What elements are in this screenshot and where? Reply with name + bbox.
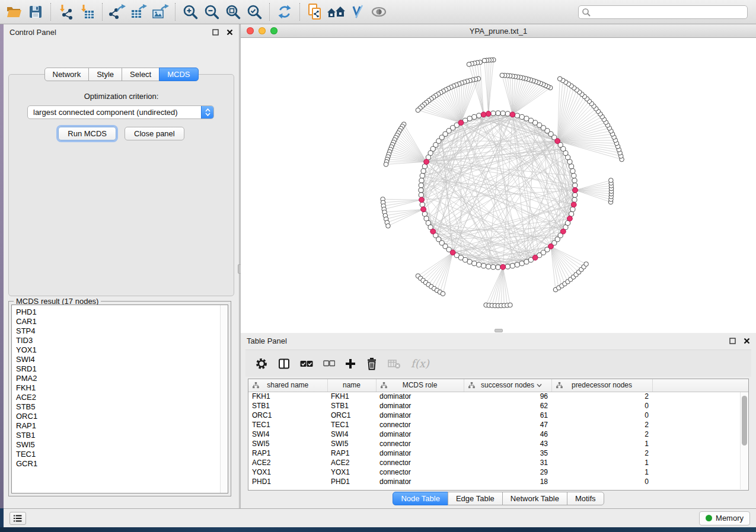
network-node[interactable] [567, 159, 572, 164]
network-node[interactable] [584, 262, 589, 267]
network-node[interactable] [419, 178, 424, 183]
network-node[interactable] [482, 58, 487, 63]
mcds-result-item[interactable]: GCR1 [16, 459, 228, 469]
network-node[interactable] [419, 188, 423, 193]
network-node[interactable] [524, 116, 529, 121]
horizontal-splitter-grip[interactable] [495, 329, 503, 332]
network-node[interactable] [420, 174, 425, 178]
mcds-result-item[interactable]: YOX1 [16, 345, 228, 355]
share-document-icon[interactable] [304, 2, 326, 22]
network-node[interactable] [467, 116, 472, 121]
mcds-result-item[interactable]: STP4 [16, 326, 228, 336]
table-row[interactable]: PHD1PHD1dominator180 [248, 477, 748, 486]
table-row[interactable]: SWI5SWI5connector431 [248, 439, 748, 448]
network-node[interactable] [515, 262, 519, 267]
network-node[interactable] [441, 291, 445, 296]
network-node[interactable] [515, 113, 519, 118]
add-column-icon[interactable] [345, 355, 356, 373]
network-node[interactable] [570, 169, 575, 174]
table-row[interactable]: SWI4SWI4dominator462 [248, 430, 748, 439]
mcds-result-item[interactable]: TID3 [16, 336, 228, 345]
mcds-network-node[interactable] [450, 250, 455, 255]
table-row[interactable]: TEC1TEC1connector472 [248, 420, 748, 430]
network-node[interactable] [467, 62, 471, 67]
close-panel-button[interactable]: Close panel [125, 127, 184, 140]
column-header-name[interactable]: name [327, 379, 376, 392]
float-panel-icon[interactable] [210, 27, 220, 37]
table-row[interactable]: ACE2ACE2connector311 [248, 458, 748, 467]
mcds-result-item[interactable]: SRD1 [16, 364, 228, 374]
mcds-network-node[interactable] [548, 243, 554, 249]
network-node[interactable] [524, 259, 529, 264]
network-node[interactable] [477, 262, 481, 267]
search-input[interactable] [578, 5, 748, 19]
deselect-all-checkboxes-icon[interactable] [323, 355, 335, 373]
mcds-network-node[interactable] [486, 111, 491, 117]
network-node[interactable] [569, 164, 574, 169]
network-node[interactable] [420, 202, 425, 207]
task-history-list-icon[interactable] [9, 512, 26, 525]
settings-gear-icon[interactable] [255, 355, 268, 373]
network-node[interactable] [519, 261, 524, 266]
mcds-result-item[interactable]: PHD1 [16, 307, 228, 317]
network-node[interactable] [496, 265, 500, 270]
export-network-icon[interactable] [107, 2, 128, 22]
show-column-icon[interactable] [278, 355, 290, 373]
network-node[interactable] [528, 118, 533, 123]
mcds-network-node[interactable] [500, 264, 506, 270]
mcds-result-list[interactable]: PHD1CAR1STP4TID3YOX1SWI4SRD1PMA2FKH1ACE2… [11, 305, 228, 493]
zoom-in-icon[interactable] [180, 2, 201, 22]
save-icon[interactable] [25, 2, 46, 22]
network-node[interactable] [384, 162, 388, 167]
memory-button[interactable]: Memory [699, 511, 750, 525]
network-node[interactable] [491, 265, 496, 270]
network-node[interactable] [572, 174, 576, 178]
network-canvas[interactable] [241, 38, 756, 333]
mcds-result-item[interactable]: FKH1 [16, 383, 228, 393]
mcds-network-node[interactable] [421, 207, 426, 212]
close-panel-icon[interactable] [225, 27, 234, 37]
delete-column-trash-icon[interactable] [366, 355, 378, 373]
zoom-selected-icon[interactable] [244, 2, 265, 22]
mcds-result-item[interactable]: RAP1 [16, 421, 228, 431]
network-node[interactable] [481, 264, 486, 268]
tab-motifs[interactable]: Motifs [567, 492, 604, 505]
column-header-predecessor-nodes[interactable]: predecessor nodes [551, 379, 652, 392]
tab-select[interactable]: Select [122, 68, 160, 81]
network-node[interactable] [505, 111, 510, 116]
network-node[interactable] [573, 183, 578, 188]
export-table-icon[interactable] [128, 2, 149, 22]
show-graphics-eye-icon[interactable] [368, 2, 390, 22]
network-node[interactable] [419, 183, 423, 188]
tab-edge-table[interactable]: Edge Table [448, 492, 503, 505]
import-table-icon[interactable] [76, 2, 98, 22]
network-node[interactable] [386, 224, 391, 229]
table-row[interactable]: YOX1YOX1connector291 [248, 467, 748, 477]
mcds-network-node[interactable] [424, 159, 429, 165]
tab-node-table[interactable]: Node Table [393, 492, 448, 505]
network-node[interactable] [419, 193, 423, 197]
mcds-network-node[interactable] [560, 229, 566, 234]
zoom-out-icon[interactable] [201, 2, 222, 22]
mcds-result-item[interactable]: ORC1 [16, 412, 228, 421]
table-row[interactable]: ORC1ORC1dominator610 [248, 411, 748, 420]
network-node[interactable] [572, 197, 577, 202]
mcds-network-node[interactable] [573, 188, 578, 193]
mcds-network-node[interactable] [532, 255, 538, 261]
mcds-network-node[interactable] [510, 112, 515, 117]
scrollbar-thumb[interactable] [742, 396, 747, 446]
criterion-select[interactable]: largest connected component (undirected) [27, 105, 214, 119]
mcds-network-node[interactable] [481, 112, 486, 117]
close-panel-icon[interactable] [742, 336, 751, 345]
network-node[interactable] [472, 114, 477, 119]
mcds-network-node[interactable] [458, 120, 464, 126]
mcds-network-node[interactable] [567, 216, 573, 222]
network-node[interactable] [500, 73, 505, 78]
column-header-mcds-role[interactable]: MCDS role [376, 379, 464, 392]
network-node[interactable] [467, 259, 472, 264]
network-node[interactable] [570, 207, 575, 211]
tab-mcds[interactable]: MCDS [159, 68, 198, 81]
tab-network-table[interactable]: Network Table [502, 492, 567, 505]
network-node[interactable] [573, 193, 578, 197]
zoom-fit-icon[interactable] [222, 2, 244, 22]
